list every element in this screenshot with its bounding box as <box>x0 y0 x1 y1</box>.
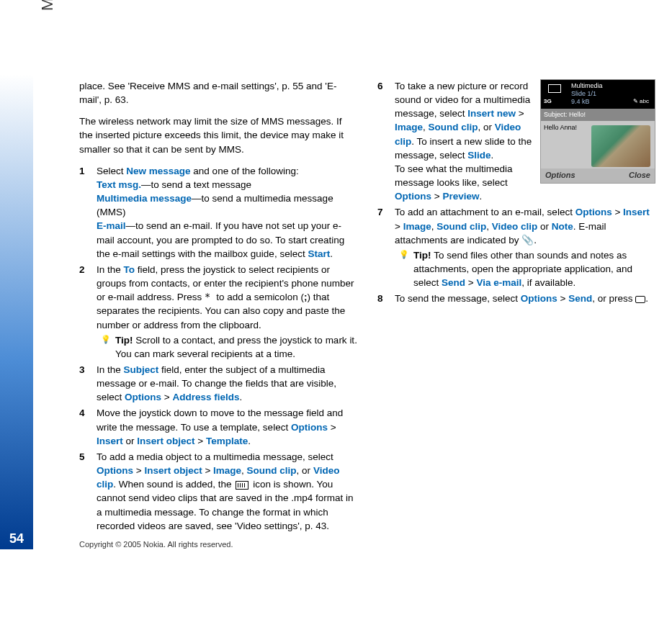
tip-icon: 💡 <box>101 334 111 346</box>
network-icon: 3G <box>544 97 552 105</box>
step-number: 6 <box>377 79 383 93</box>
step-number: 2 <box>79 263 85 276</box>
text: . <box>248 436 251 446</box>
sidebar-gradient <box>0 74 33 549</box>
text: To add an attachment to an e-mail, selec… <box>395 207 575 217</box>
text: > <box>395 221 403 232</box>
softkey-options: Options <box>545 170 575 181</box>
text: > <box>195 436 206 446</box>
message-icon <box>548 84 561 93</box>
phone-size: 9.4 kB <box>571 97 590 107</box>
ui-ref-options: Options <box>97 465 133 476</box>
ui-ref-note: Note <box>552 221 573 232</box>
text: or <box>537 221 552 232</box>
text: > <box>431 191 442 202</box>
intro-para-1: place. See 'Receive MMS and e-mail setti… <box>79 79 357 107</box>
tip-icon: 💡 <box>399 249 409 261</box>
ui-ref-video-clip: Video clip <box>492 221 538 232</box>
text: To see what the multimedia message looks… <box>395 163 513 188</box>
ui-ref-address-fields: Address fields <box>172 392 239 402</box>
text: , or <box>478 122 495 132</box>
ui-ref-image: Image <box>403 221 431 232</box>
ui-ref-email: E-mail <box>97 220 126 231</box>
text: . <box>645 293 648 304</box>
input-mode-icon: ✎ abc <box>633 97 649 105</box>
ui-ref-insert: Insert <box>97 436 123 446</box>
text: , or <box>297 465 313 476</box>
phone-subject-row: Subject: Hello! <box>541 109 655 121</box>
step-2: 2 In the To field, press the joystick to… <box>79 263 357 361</box>
text: > <box>133 465 144 476</box>
phone-subject-label: Subject: <box>544 111 569 118</box>
ui-ref-options: Options <box>125 392 161 402</box>
ui-ref-options: Options <box>575 207 612 217</box>
text: icon is shown. <box>250 479 314 490</box>
ui-ref-via-email: Via e-mail <box>476 277 521 288</box>
text: , if available. <box>521 277 575 288</box>
ui-ref-multimedia: Multimedia message <box>97 193 192 204</box>
step-number: 3 <box>79 363 85 377</box>
text: and one of the following: <box>191 166 299 176</box>
attachment-icon: 📎 <box>521 235 534 246</box>
ui-ref-sound-clip: Sound clip <box>247 465 297 476</box>
text: > <box>328 422 336 433</box>
text: , <box>423 122 429 132</box>
pencil-icon: ✎ <box>633 98 638 104</box>
tip-row: 💡 Tip! Scroll to a contact, and press th… <box>97 333 357 361</box>
text: . <box>491 150 494 161</box>
page-content: place. See 'Receive MMS and e-mail setti… <box>79 79 655 544</box>
sidebar: 54 <box>0 0 33 617</box>
copyright: Copyright © 2005 Nokia. All rights reser… <box>79 539 233 551</box>
tip-label: Tip! <box>413 250 434 261</box>
ui-ref-send: Send <box>442 277 465 288</box>
ui-ref-options: Options <box>395 191 431 202</box>
text: > <box>202 465 213 476</box>
text: or <box>123 436 138 446</box>
step-3: 3 In the Subject field, enter the subjec… <box>79 363 357 404</box>
phone-statusbar: Multimedia Slide 1/1 9.4 kB 3G ✎ abc <box>541 80 655 109</box>
ui-ref-sound-clip: Sound clip <box>436 221 486 232</box>
ui-ref-send: Send <box>568 293 592 304</box>
text: > <box>557 293 568 304</box>
ui-ref-insert-object: Insert object <box>137 436 194 446</box>
step-1: 1 Select New message and one of the foll… <box>79 164 357 261</box>
text: . <box>330 248 333 259</box>
text: to add a semicolon ( <box>216 292 304 302</box>
step-number: 8 <box>377 292 383 305</box>
text: , <box>241 465 247 476</box>
step-number: 4 <box>79 406 85 420</box>
key-star: * <box>205 291 216 302</box>
step-4: 4 Move the joystick down to move to the … <box>79 406 357 447</box>
text: Select <box>97 166 126 176</box>
text: abc <box>638 98 649 104</box>
ui-ref-slide: Slide <box>467 150 490 161</box>
text: . <box>534 235 537 246</box>
text: In the <box>97 364 124 375</box>
ui-ref-insert-new: Insert new <box>467 108 516 119</box>
ui-ref-to: To <box>124 264 135 275</box>
ui-ref-image: Image <box>213 465 241 476</box>
text: > <box>516 108 524 119</box>
step-number: 7 <box>377 205 383 219</box>
text: To add a media object to a multimedia me… <box>97 451 333 462</box>
text: —to send a text message <box>141 179 251 190</box>
text: > <box>612 207 623 217</box>
text: . <box>479 191 482 202</box>
phone-screenshot: Multimedia Slide 1/1 9.4 kB 3G ✎ abc Sub… <box>540 79 655 184</box>
phone-body-text: Hello Anna! <box>544 124 577 131</box>
text: > <box>161 392 172 402</box>
ui-ref-subject: Subject <box>124 364 159 375</box>
text: . When sound is added, the <box>113 479 234 490</box>
step-6: 6 Multimedia Slide 1/1 9.4 kB 3G ✎ abc S… <box>377 79 655 203</box>
text: . To insert a new slide to the message, … <box>395 136 532 161</box>
text: , or press <box>592 293 635 304</box>
step-number: 1 <box>79 164 85 178</box>
ui-ref-options: Options <box>521 293 557 304</box>
step-8: 8 To send the message, select Options > … <box>377 292 655 305</box>
phone-photo <box>591 125 650 167</box>
text: In the <box>97 264 124 275</box>
ui-ref-new-message: New message <box>126 166 190 176</box>
ui-ref-text-msg: Text msg. <box>97 179 141 190</box>
ui-ref-sound-clip: Sound clip <box>429 122 478 132</box>
tip-row: 💡 Tip! To send files other than sounds a… <box>395 248 655 289</box>
